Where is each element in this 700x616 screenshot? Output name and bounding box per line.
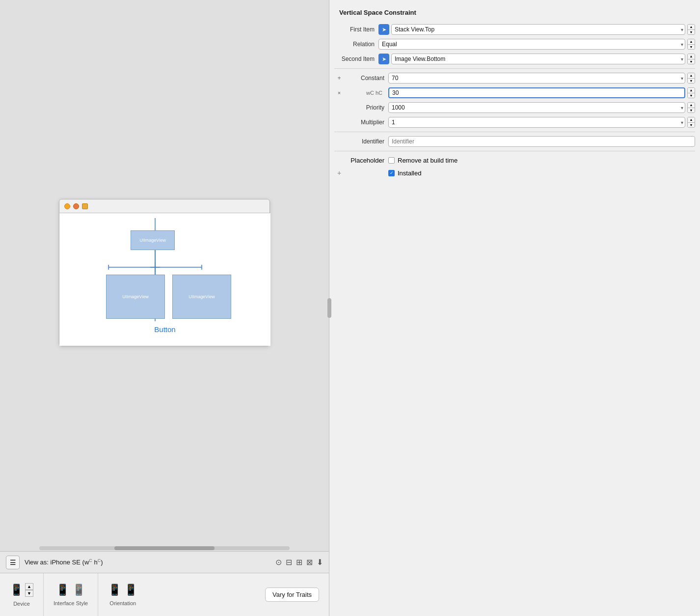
sidebar-toggle-button[interactable]: ☰ bbox=[6, 556, 20, 569]
wc-hc-text: wC hC bbox=[366, 90, 382, 96]
interface-style-label: Interface Style bbox=[54, 600, 88, 606]
multiplier-row: Multiplier 1 ▾ ▲ ▼ bbox=[329, 115, 700, 130]
device-bar: 📱 ▲ ▼ Device 📱 📱 Interface Style bbox=[0, 573, 329, 616]
first-item-stepper-up[interactable]: ▲ bbox=[688, 25, 695, 30]
inspector-panel: Vertical Space Constraint First Item ➤ S… bbox=[329, 0, 700, 616]
relation-label: Relation bbox=[334, 41, 378, 48]
traffic-light-yellow[interactable] bbox=[64, 203, 70, 209]
bottom-toolbar: ☰ View as: iPhone SE (wC hC) ⊙ ⊟ ⊞ ⊠ ⬇ bbox=[0, 551, 329, 573]
placeholder-row-label: Placeholder bbox=[334, 157, 388, 164]
focus-icon[interactable]: ⊙ bbox=[275, 558, 282, 567]
installed-plus: + bbox=[334, 169, 344, 177]
installed-row: ✓ Installed bbox=[344, 169, 695, 177]
first-item-arrow-btn[interactable]: ➤ bbox=[378, 24, 389, 35]
priority-stepper-down[interactable]: ▼ bbox=[688, 108, 695, 113]
multiplier-label: Multiplier bbox=[344, 119, 388, 126]
priority-stepper-up[interactable]: ▲ bbox=[688, 103, 695, 108]
separator-3 bbox=[334, 151, 695, 151]
size-icon[interactable]: ⊠ bbox=[306, 558, 313, 567]
second-item-stepper-up[interactable]: ▲ bbox=[688, 54, 695, 59]
constant-select-wrapper: 70 ▾ bbox=[388, 73, 685, 84]
traffic-light-orange[interactable] bbox=[73, 203, 79, 209]
device-stepper[interactable]: ▲ ▼ bbox=[25, 583, 33, 597]
relation-select[interactable]: Equal bbox=[378, 39, 685, 50]
priority-select-wrapper: 1000 ▾ bbox=[388, 102, 685, 113]
sidebar-icon: ☰ bbox=[10, 559, 16, 566]
second-item-select[interactable]: Image View.Bottom bbox=[391, 54, 685, 64]
wc-hc-row: × wC hC ▲ ▼ bbox=[329, 85, 700, 100]
second-item-select-wrapper: Image View.Bottom ▾ bbox=[391, 54, 685, 64]
second-item-stepper[interactable]: ▲ ▼ bbox=[687, 54, 695, 64]
landscape-icon[interactable]: 📱 bbox=[124, 584, 137, 596]
first-item-label: First Item bbox=[334, 26, 378, 33]
scrollbar-thumb[interactable] bbox=[114, 546, 215, 550]
scrollbar-track[interactable] bbox=[39, 546, 290, 550]
separator-2 bbox=[334, 132, 695, 132]
wc-hc-input[interactable] bbox=[388, 87, 685, 98]
priority-control: 1000 ▾ ▲ ▼ bbox=[388, 102, 695, 113]
storyboard-titlebar bbox=[59, 199, 269, 213]
button-element[interactable]: Button bbox=[59, 325, 270, 334]
export-icon[interactable]: ⬇ bbox=[317, 558, 323, 567]
align-h-icon[interactable]: ⊟ bbox=[286, 558, 292, 567]
relation-stepper-down[interactable]: ▼ bbox=[688, 45, 695, 50]
identifier-control bbox=[388, 136, 695, 147]
orientation-icons: 📱 📱 bbox=[108, 584, 137, 596]
placeholder-checkbox[interactable] bbox=[388, 157, 395, 164]
identifier-input[interactable] bbox=[388, 136, 695, 147]
ui-image-view-right[interactable]: UIImageView bbox=[172, 275, 231, 319]
wc-hc-prefix: × bbox=[334, 90, 344, 96]
scrollbar-area[interactable] bbox=[0, 545, 329, 551]
align-v-icon[interactable]: ⊞ bbox=[296, 558, 302, 567]
second-item-label: Second Item bbox=[334, 56, 378, 62]
panel-divider bbox=[329, 0, 329, 616]
device-stepper-up[interactable]: ▲ bbox=[25, 583, 33, 590]
device-stepper-down[interactable]: ▼ bbox=[25, 590, 33, 597]
storyboard-canvas: UIImageView UIImageView UIImageView Butt… bbox=[59, 213, 270, 346]
constant-control: 70 ▾ ▲ ▼ bbox=[388, 73, 695, 84]
constant-select[interactable]: 70 bbox=[388, 73, 685, 84]
placeholder-row: Placeholder Remove at build time bbox=[329, 153, 700, 167]
wc-hc-label: wC hC bbox=[344, 89, 388, 96]
first-item-stepper-down[interactable]: ▼ bbox=[688, 30, 695, 35]
relation-stepper-up[interactable]: ▲ bbox=[688, 39, 695, 45]
priority-label: Priority bbox=[344, 104, 388, 111]
multiplier-stepper-up[interactable]: ▲ bbox=[688, 117, 695, 123]
wc-hc-stepper[interactable]: ▲ ▼ bbox=[687, 87, 695, 98]
first-item-select[interactable]: Stack View.Top bbox=[391, 24, 685, 35]
second-item-stepper-down[interactable]: ▼ bbox=[688, 59, 695, 64]
installed-checkbox[interactable]: ✓ bbox=[388, 170, 395, 176]
vary-traits-button[interactable]: Vary for Traits bbox=[265, 588, 319, 602]
identifier-row: Identifier bbox=[329, 134, 700, 149]
ui-image-view-top[interactable]: UIImageView bbox=[131, 230, 175, 250]
second-item-arrow-btn[interactable]: ➤ bbox=[378, 54, 389, 64]
wc-hc-stepper-up[interactable]: ▲ bbox=[688, 88, 695, 93]
first-item-row: First Item ➤ Stack View.Top ▾ ▲ ▼ bbox=[329, 22, 700, 37]
constant-label: Constant bbox=[344, 75, 388, 82]
ui-image-view-left[interactable]: UIImageView bbox=[106, 275, 165, 319]
dark-mode-icon[interactable]: 📱 bbox=[72, 584, 85, 596]
constant-stepper-up[interactable]: ▲ bbox=[688, 73, 695, 79]
constant-stepper-down[interactable]: ▼ bbox=[688, 79, 695, 84]
multiplier-stepper[interactable]: ▲ ▼ bbox=[687, 117, 695, 128]
relation-stepper[interactable]: ▲ ▼ bbox=[687, 39, 695, 50]
portrait-icon[interactable]: 📱 bbox=[108, 584, 121, 596]
second-item-row: Second Item ➤ Image View.Bottom ▾ ▲ ▼ bbox=[329, 52, 700, 66]
canvas-area: UIImageView UIImageView UIImageView Butt… bbox=[0, 0, 329, 616]
multiplier-stepper-down[interactable]: ▼ bbox=[688, 123, 695, 128]
storyboard-window: UIImageView UIImageView UIImageView Butt… bbox=[59, 199, 270, 346]
priority-stepper[interactable]: ▲ ▼ bbox=[687, 102, 695, 113]
divider-handle[interactable] bbox=[327, 298, 331, 318]
wc-hc-stepper-down[interactable]: ▼ bbox=[688, 93, 695, 98]
device-label: Device bbox=[13, 601, 30, 607]
interface-style-section: 📱 📱 Interface Style bbox=[44, 573, 98, 616]
light-mode-icon[interactable]: 📱 bbox=[56, 584, 69, 596]
first-item-stepper[interactable]: ▲ ▼ bbox=[687, 24, 695, 35]
inspector-title: Vertical Space Constraint bbox=[329, 5, 700, 22]
traffic-light-square[interactable] bbox=[82, 203, 88, 209]
device-section: 📱 ▲ ▼ Device bbox=[0, 573, 44, 616]
priority-select[interactable]: 1000 bbox=[388, 102, 685, 113]
multiplier-select[interactable]: 1 bbox=[388, 117, 685, 128]
constant-stepper[interactable]: ▲ ▼ bbox=[687, 73, 695, 84]
separator-1 bbox=[334, 68, 695, 69]
